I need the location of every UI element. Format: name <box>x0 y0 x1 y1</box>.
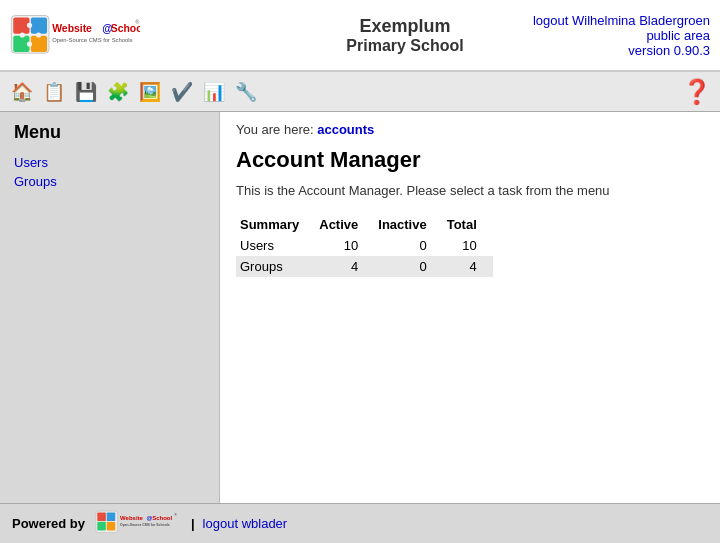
col-inactive: Inactive <box>374 214 442 235</box>
sidebar: Menu Users Groups <box>0 112 220 503</box>
col-active: Active <box>315 214 374 235</box>
cell-active: 4 <box>315 256 374 277</box>
svg-text:School: School <box>152 515 172 521</box>
user-info-line1: logout Wilhelmina Bladergroen <box>510 13 710 28</box>
main-layout: Menu Users Groups You are here: accounts… <box>0 112 720 503</box>
home-icon[interactable]: 🏠 <box>8 78 36 106</box>
toolbar: 🏠 📋 💾 🧩 🖼️ ✔️ 📊 🔧 ❓ <box>0 72 720 112</box>
cell-inactive: 0 <box>374 256 442 277</box>
puzzle-icon[interactable]: 🧩 <box>104 78 132 106</box>
header: Website @ School Open-Source CMS for Sch… <box>0 0 720 72</box>
footer: Powered by Website @ School Open-Source … <box>0 503 720 543</box>
cell-summary: Users <box>236 235 315 256</box>
svg-point-5 <box>27 23 32 28</box>
cell-active: 10 <box>315 235 374 256</box>
svg-text:Website: Website <box>52 23 92 34</box>
svg-text:Open-Source CMS for Schools: Open-Source CMS for Schools <box>120 523 170 527</box>
svg-text:®: ® <box>174 512 177 516</box>
page-description: This is the Account Manager. Please sele… <box>236 183 704 198</box>
user-info-line3: version 0.90.3 <box>510 43 710 58</box>
footer-divider: | <box>191 516 195 531</box>
sidebar-item-users[interactable]: Users <box>14 155 205 170</box>
col-summary: Summary <box>236 214 315 235</box>
table-body: Users10010Groups404 <box>236 235 493 277</box>
svg-rect-17 <box>97 521 106 530</box>
user-info: logout Wilhelmina Bladergroen public are… <box>510 13 710 58</box>
content-area: You are here: accounts Account Manager T… <box>220 112 720 503</box>
summary-table: Summary Active Inactive Total Users10010… <box>236 214 493 277</box>
cell-inactive: 0 <box>374 235 442 256</box>
footer-logo: Website @ School Open-Source CMS for Sch… <box>93 509 183 539</box>
svg-text:Open-Source CMS for Schools: Open-Source CMS for Schools <box>52 37 132 43</box>
check-icon[interactable]: ✔️ <box>168 78 196 106</box>
toolbar-left: 🏠 📋 💾 🧩 🖼️ ✔️ 📊 🔧 <box>8 78 260 106</box>
page-title: Account Manager <box>236 147 704 173</box>
svg-rect-16 <box>107 512 116 521</box>
powered-by-label: Powered by <box>12 516 85 531</box>
tools-icon[interactable]: 🔧 <box>232 78 260 106</box>
site-name-area: Exemplum Primary School <box>300 16 510 55</box>
svg-point-8 <box>36 32 41 37</box>
site-logo: Website @ School Open-Source CMS for Sch… <box>10 9 140 61</box>
svg-rect-4 <box>31 36 47 52</box>
svg-point-7 <box>20 32 25 37</box>
breadcrumb-prefix: You are here: <box>236 122 314 137</box>
breadcrumb: You are here: accounts <box>236 122 704 137</box>
save-icon[interactable]: 💾 <box>72 78 100 106</box>
svg-text:@: @ <box>147 515 153 521</box>
table-row: Groups404 <box>236 256 493 277</box>
logo-area: Website @ School Open-Source CMS for Sch… <box>10 9 300 61</box>
svg-rect-18 <box>107 521 116 530</box>
sidebar-item-groups[interactable]: Groups <box>14 174 205 189</box>
image-icon[interactable]: 🖼️ <box>136 78 164 106</box>
barchart-icon[interactable]: 📊 <box>200 78 228 106</box>
table-row: Users10010 <box>236 235 493 256</box>
cell-summary: Groups <box>236 256 315 277</box>
breadcrumb-link[interactable]: accounts <box>317 122 374 137</box>
site-subtitle: Primary School <box>300 37 510 55</box>
svg-text:Website: Website <box>120 515 144 521</box>
col-total: Total <box>443 214 493 235</box>
help-icon[interactable]: ❓ <box>682 78 712 106</box>
document-icon[interactable]: 📋 <box>40 78 68 106</box>
user-info-line2: public area <box>510 28 710 43</box>
svg-rect-2 <box>31 17 47 33</box>
svg-rect-15 <box>97 512 106 521</box>
menu-title: Menu <box>14 122 205 143</box>
site-title: Exemplum <box>300 16 510 37</box>
svg-text:®: ® <box>135 19 139 25</box>
footer-logout-link[interactable]: logout wblader <box>203 516 288 531</box>
cell-total: 4 <box>443 256 493 277</box>
svg-point-6 <box>27 42 32 47</box>
cell-total: 10 <box>443 235 493 256</box>
